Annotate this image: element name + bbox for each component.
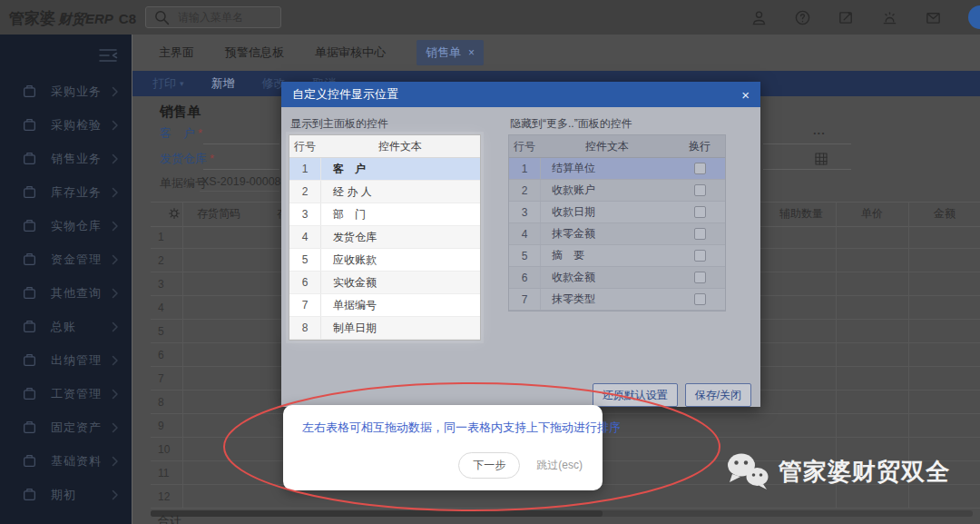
sidebar-item-label: 资金管理 (51, 252, 112, 268)
chevron-right-icon (112, 489, 119, 500)
more-panel-row[interactable]: 6 收款金额 (509, 267, 725, 289)
sidebar-item[interactable]: 工资管理 (0, 377, 132, 410)
column-header[interactable]: 金额 (908, 206, 980, 222)
sidebar-item[interactable]: 出纳管理 (0, 343, 132, 377)
toolbar-button-label: 新增 (211, 75, 235, 92)
more-panel-row[interactable]: 3 收款日期 (509, 202, 725, 223)
scrollbar-thumb[interactable] (151, 510, 603, 517)
tab[interactable]: 预警信息板 (225, 40, 284, 65)
required-asterisk: * (210, 152, 214, 165)
main-panel-row[interactable]: 4 发货仓库 (289, 226, 480, 249)
control-text: 收款金额 (541, 270, 674, 285)
chevron-right-icon (112, 321, 119, 332)
base-data-icon (22, 453, 37, 469)
user-avatar[interactable] (968, 5, 980, 29)
sidebar-item[interactable]: 库存业务 (0, 175, 132, 209)
wrap-checkbox[interactable] (694, 184, 706, 196)
right-field-input-2[interactable] (763, 169, 851, 170)
sidebar-item[interactable]: 期初 (0, 478, 132, 511)
chevron-right-icon (112, 355, 119, 366)
sidebar-item[interactable]: 销售业务 (0, 142, 132, 175)
row-number: 9 (151, 420, 185, 432)
opening-icon (22, 487, 37, 502)
dialog-close-icon[interactable]: × (741, 87, 750, 103)
logo-brand: 管家婆 (9, 8, 55, 29)
more-panel-row[interactable]: 7 抹零类型 (509, 289, 725, 311)
horizontal-scrollbar[interactable] (151, 510, 973, 517)
sidebar-item-label: 基础资料 (51, 453, 112, 470)
control-text: 收款日期 (541, 204, 674, 220)
sidebar-item[interactable]: 采购业务 (0, 74, 132, 108)
main-panel-row[interactable]: 2 经 办 人 (289, 181, 480, 203)
customer-input[interactable] (203, 143, 279, 144)
global-search[interactable] (145, 6, 281, 28)
row-number: 1 (289, 158, 321, 180)
tab[interactable]: 销售单 × (416, 40, 484, 65)
search-icon (153, 9, 171, 26)
main-panel-row[interactable]: 8 制单日期 (289, 317, 480, 340)
sidebar-item[interactable]: 固定资产 (0, 410, 132, 444)
control-text: 应收账款 (321, 252, 480, 268)
main-panel-row[interactable]: 3 部 门 (289, 203, 480, 226)
wrap-checkbox[interactable] (694, 163, 706, 174)
gear-icon[interactable] (167, 206, 181, 221)
more-panel-row[interactable]: 5 摘 要 (509, 245, 725, 267)
main-panel-row[interactable]: 5 应收账款 (289, 249, 480, 272)
logo-edition: C8 (119, 11, 136, 26)
control-text: 抹零金额 (541, 226, 674, 242)
warehouse-field-label: 发货仓库* (160, 151, 214, 167)
warehouse-input[interactable] (203, 169, 279, 170)
sidebar-item[interactable]: 资金管理 (0, 242, 132, 276)
wrap-checkbox[interactable] (694, 293, 706, 305)
sidebar-item[interactable]: 实物仓库 (0, 209, 132, 242)
dialog-title: 自定义控件显示位置 (292, 86, 741, 103)
feedback-note-icon[interactable] (838, 9, 855, 26)
more-panel-row[interactable]: 2 收款账户 (509, 180, 725, 202)
user-icon[interactable] (750, 9, 768, 26)
control-text: 结算单位 (541, 161, 674, 176)
alarm-icon[interactable] (881, 9, 898, 26)
control-text: 抹零类型 (541, 292, 674, 307)
dialog-header: 自定义控件显示位置 × (281, 82, 760, 107)
wrap-checkbox[interactable] (694, 206, 706, 218)
control-text: 收款账户 (541, 183, 674, 198)
search-input[interactable] (176, 10, 273, 25)
ellipsis-picker-button[interactable]: ... (813, 124, 826, 137)
more-panel-row[interactable]: 1 结算单位 (509, 158, 725, 180)
main-panel-row[interactable]: 6 实收金额 (289, 272, 480, 294)
sidebar-item[interactable]: 采购检验 (0, 108, 132, 142)
help-icon[interactable] (794, 9, 811, 26)
main-panel-row[interactable]: 1 客 户 (289, 158, 480, 181)
more-panel-row[interactable]: 4 抹零金额 (509, 223, 725, 245)
grid-picker-icon[interactable] (815, 153, 828, 165)
next-step-button[interactable]: 下一步 (458, 452, 520, 479)
dialog-button[interactable]: 还原默认设置 (593, 383, 678, 407)
app-logo: 管家婆 财贸ERP C8 (9, 0, 136, 35)
row-number: 8 (151, 396, 185, 409)
column-header[interactable]: 单价 (836, 206, 908, 222)
sidebar-collapse-button[interactable] (0, 35, 132, 74)
sidebar-item[interactable]: 总账 (0, 310, 132, 343)
toolbar-button[interactable]: 打印 ▾ (152, 75, 184, 92)
dialog-button[interactable]: 保存/关闭 (685, 383, 751, 407)
sidebar-item[interactable]: 其他查询 (0, 276, 132, 310)
sidebar-item[interactable]: 基础资料 (0, 444, 132, 478)
grid-total-label: 合计 (158, 513, 181, 524)
toolbar-button[interactable]: 新增 (211, 75, 235, 92)
skip-button[interactable]: 跳过(esc) (536, 458, 583, 473)
wrap-checkbox[interactable] (694, 272, 706, 283)
purchase-icon (22, 84, 37, 99)
column-header[interactable]: 存货简码 (185, 206, 252, 222)
chevron-right-icon (112, 153, 119, 164)
wrap-checkbox[interactable] (694, 250, 706, 262)
main-panel-row[interactable]: 7 单据编号 (289, 294, 480, 317)
tab-close-icon[interactable]: × (468, 46, 475, 59)
mail-icon[interactable] (925, 9, 942, 26)
tab[interactable]: 单据审核中心 (315, 40, 386, 65)
column-header[interactable]: 辅助数量 (765, 206, 838, 222)
tab[interactable]: 主界面 (159, 40, 194, 65)
control-text: 制单日期 (321, 321, 480, 336)
row-number: 2 (509, 180, 541, 201)
wrap-checkbox[interactable] (694, 228, 706, 240)
right-field-input[interactable] (763, 143, 851, 144)
